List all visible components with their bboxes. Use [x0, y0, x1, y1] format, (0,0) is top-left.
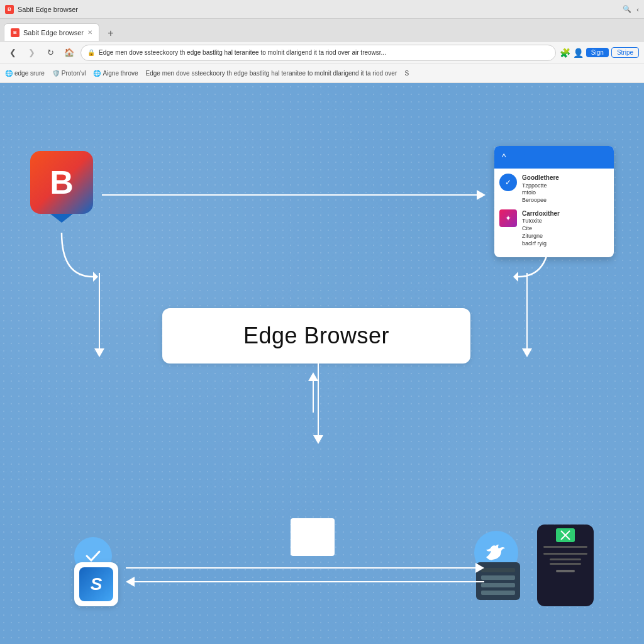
arrow-down-left [94, 273, 104, 357]
panel-chevron-up: ^ [502, 152, 506, 162]
panel-row-1: ✓ Goodlethere Tzppoctte mtoio Beroopee [499, 174, 609, 204]
scissors-icon [560, 530, 571, 541]
sign-in-button[interactable]: Sign [586, 48, 609, 57]
refresh-button[interactable]: ↻ [43, 45, 58, 60]
left-app-icon: B [30, 151, 106, 226]
stack-line-3 [481, 583, 515, 587]
center-bottom-square [291, 518, 335, 556]
window-title: Sabit Edge browser [18, 6, 619, 13]
arrow-head-down-center [313, 435, 323, 444]
nav-bar: ❮ ❯ ↻ 🏠 🔒 Edge men dove ssteeckoory th e… [0, 42, 644, 64]
arrow-down-right [522, 273, 532, 357]
edge-browser-box: Edge Browser [162, 308, 470, 364]
stack-line-1 [481, 568, 515, 572]
svg-marker-1 [513, 272, 518, 282]
stripe-button[interactable]: Stripe [611, 47, 639, 58]
forward-button[interactable]: ❯ [24, 45, 39, 60]
search-icon[interactable]: 🔍 [623, 5, 631, 13]
phone-content-line-3 [550, 558, 581, 560]
right-panel-header: ^ [494, 146, 614, 169]
panel-text-1: Goodlethere Tzppoctte mtoio Beroopee [522, 174, 559, 204]
window-controls: 🔍 ‹ [623, 5, 639, 13]
globe-icon-3: 🌐 [93, 70, 101, 77]
panel-icon-blue-1: ✓ [499, 174, 517, 191]
phone-button [556, 570, 575, 572]
new-tab-button[interactable]: + [103, 26, 118, 41]
globe-icon-2: 🛡️ [52, 70, 60, 77]
bookmark-proton[interactable]: 🛡️ Proton'vl [52, 70, 86, 77]
bottom-left-app: S [74, 562, 118, 606]
content-area: B ^ ✓ Goodlethere Tzppoctte mtoio Beroop… [0, 83, 644, 644]
check-icon: ✓ [505, 178, 511, 187]
title-bar: B Sabit Edge browser 🔍 ‹ [0, 0, 644, 19]
tab-bar: B Sabit Edge browser ✕ + [0, 19, 644, 42]
nav-extras: 🧩 👤 Sign Stripe [560, 47, 639, 58]
bottom-arrow-line-right [126, 567, 475, 569]
active-tab[interactable]: B Sabit Edge browser ✕ [4, 23, 99, 41]
tab-favicon: B [5, 5, 14, 14]
bottom-arrow-line-left [135, 581, 484, 582]
panel-icon-img-2: ✦ [499, 209, 517, 227]
bootstrap-icon: B [30, 151, 93, 214]
extensions-icon[interactable]: 🧩 [560, 48, 570, 58]
arrow-top-horizontal [102, 189, 486, 201]
back-button[interactable]: ❮ [5, 45, 20, 60]
arrow-down-center [313, 360, 323, 444]
arrow-line [102, 194, 477, 196]
bookmark-edge-srure[interactable]: 🌐 edge srure [5, 70, 45, 77]
arrow-head-down-right [522, 348, 532, 357]
vert-line-left [99, 273, 100, 348]
stack-line-2 [481, 575, 515, 580]
bottom-arrow-head-right [475, 563, 484, 573]
arrow-row-right [126, 563, 484, 573]
forward-icon[interactable]: ‹ [636, 6, 639, 13]
tab-close-button[interactable]: ✕ [87, 29, 92, 36]
bookmark-aigne[interactable]: 🌐 Aigne throve [93, 70, 138, 77]
globe-icon: 🌐 [5, 70, 13, 77]
bottom-arrow-head-left [126, 577, 135, 587]
edge-browser-label: Edge Browser [243, 323, 389, 349]
s-app-icon: S [79, 567, 113, 601]
arrow-head-down-left [94, 348, 104, 357]
stack-line-4 [481, 591, 515, 595]
tab-label: Sabit Edge browser [23, 29, 84, 36]
s-favicon: S [405, 70, 409, 77]
phone-content-line-4 [550, 563, 581, 565]
arrow-row-left [126, 577, 484, 587]
bookmark-edge-long[interactable]: Edge men dove ssteeckoory th edge bastli… [146, 70, 397, 77]
home-button[interactable]: 🏠 [62, 45, 77, 60]
phone-content-line-1 [543, 546, 587, 548]
bookmarks-bar: 🌐 edge srure 🛡️ Proton'vl 🌐 Aigne throve… [0, 64, 644, 83]
vert-line-center-down [318, 360, 319, 435]
tab-icon: B [11, 28, 19, 37]
account-icon[interactable]: 👤 [573, 48, 584, 58]
bookmark-s[interactable]: S [405, 70, 409, 77]
lock-icon: 🔒 [87, 49, 95, 56]
vert-line-right [526, 273, 528, 348]
phone-icon [537, 525, 594, 606]
address-text: Edge men dove ssteeckoory th edge bastli… [99, 49, 386, 56]
phone-app-icon [556, 528, 575, 542]
phone-content-line-2 [543, 553, 587, 555]
arrow-bottom-horizontal [126, 562, 484, 587]
address-bar[interactable]: 🔒 Edge men dove ssteeckoory th edge bast… [80, 45, 556, 61]
arrow-head-right [477, 190, 486, 200]
